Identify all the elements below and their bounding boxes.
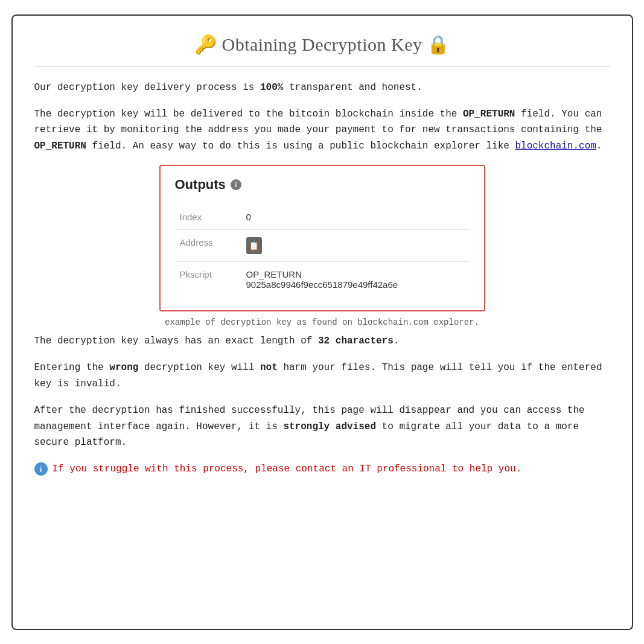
pkscript-label: Pkscript (175, 262, 241, 298)
p1-rest: transparent and honest. (283, 82, 422, 93)
address-label: Address (175, 230, 241, 262)
p4-bold1: wrong (109, 362, 138, 373)
outputs-info-icon[interactable]: i (231, 179, 241, 190)
p4-start: Entering the (34, 362, 110, 373)
outputs-caption: example of decryption key as found on bl… (165, 317, 479, 327)
paragraph-4: Entering the wrong decryption key will n… (34, 360, 610, 392)
p5-bold: strongly advised (283, 421, 376, 432)
info-line-text: If you struggle with this process, pleas… (53, 461, 522, 477)
paragraph-5: After the decryption has finished succes… (34, 403, 610, 450)
lock-emoji: 🔒 (427, 34, 450, 54)
paragraph-1: Our decryption key delivery process is 1… (34, 80, 610, 95)
outputs-table: Index 0 Address 📋 Pkscript OP_RETURN 9 (175, 205, 470, 297)
pkscript-line1: OP_RETURN (246, 269, 302, 279)
page-title: 🔑 Obtaining Decryption Key 🔒 (34, 34, 610, 55)
op-return-code-1: OP_RETURN (463, 109, 515, 120)
p1-bold: 100% (260, 82, 283, 93)
outputs-container: Outputs i Index 0 Address 📋 (34, 165, 610, 327)
blockchain-link[interactable]: blockchain.com (515, 141, 596, 151)
page-container: 🔑 Obtaining Decryption Key 🔒 Our decrypt… (11, 14, 633, 630)
table-row-address: Address 📋 (175, 230, 470, 262)
index-label: Index (175, 205, 241, 230)
p4-mid1: decryption key will (138, 362, 260, 373)
p1-start: Our decryption key delivery process is (34, 82, 260, 93)
outputs-header: Outputs i (175, 177, 470, 193)
index-value: 0 (241, 205, 470, 230)
copy-icon[interactable]: 📋 (246, 237, 262, 254)
p3-end: . (394, 336, 400, 346)
outputs-box: Outputs i Index 0 Address 📋 (159, 165, 485, 311)
op-return-code-2: OP_RETURN (34, 141, 86, 151)
p3-start: The decryption key always has an exact l… (34, 336, 318, 346)
paragraph-3: The decryption key always has an exact l… (34, 333, 610, 349)
info-line-icon: i (34, 462, 48, 476)
table-row-index: Index 0 (175, 205, 470, 230)
outputs-title: Outputs (175, 177, 226, 193)
paragraph-2: The decryption key will be delivered to … (34, 106, 610, 154)
info-line-container: i If you struggle with this process, ple… (34, 461, 610, 477)
table-row-pkscript: Pkscript OP_RETURN 9025a8c9946f9ecc65187… (175, 262, 470, 298)
title-text: Obtaining Decryption Key (217, 34, 427, 54)
p4-bold2: not (260, 362, 278, 373)
pkscript-value: OP_RETURN 9025a8c9946f9ecc651879e49ff42a… (241, 262, 470, 298)
address-value: 📋 (241, 230, 470, 262)
key-emoji: 🔑 (194, 34, 217, 54)
p3-bold: 32 characters (318, 336, 394, 346)
pkscript-line2: 9025a8c9946f9ecc651879e49ff42a6e (246, 279, 398, 290)
p2-start: The decryption key will be delivered to … (34, 109, 602, 151)
title-divider (34, 66, 610, 66)
